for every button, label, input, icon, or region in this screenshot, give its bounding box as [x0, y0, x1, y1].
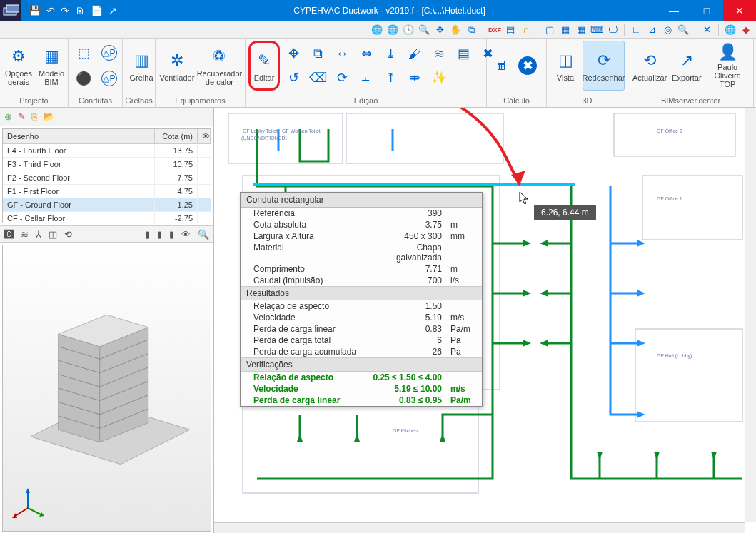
edit-tool[interactable]: 🖌 [403, 41, 427, 66]
dp-btn[interactable]: △P [97, 41, 121, 65]
v3-icon[interactable]: ▮ [169, 229, 174, 240]
layers-icon[interactable]: ▤ [505, 24, 516, 36]
ribbon-tab-projecto[interactable]: Projecto [0, 93, 69, 107]
calc-btn[interactable]: 🖩 [490, 54, 514, 78]
drawings-table[interactable]: Desenho Cota (m) 👁 F4 - Fourth Floor13.7… [2, 128, 211, 223]
paulo-button[interactable]: 👤PauloOliveira TOP [705, 41, 750, 91]
redo-icon[interactable]: ↷ [61, 5, 69, 16]
ribbon-tab-bimserver.center[interactable]: BIMserver.center [628, 93, 754, 107]
tools-icon[interactable]: ✕ [701, 24, 712, 36]
target-icon[interactable]: ◎ [662, 24, 673, 36]
v2-icon[interactable]: ▮ [157, 229, 162, 240]
find-icon[interactable]: 🔍 [677, 24, 689, 36]
edit-tool[interactable]: ▤ [451, 41, 475, 66]
rotate-icon[interactable]: ⟲ [64, 229, 72, 240]
angle-icon[interactable]: ⊿ [646, 24, 657, 36]
dxf-icon[interactable]: DXF [489, 24, 500, 36]
axis-icon[interactable]: ⅄ [36, 229, 41, 240]
save-icon[interactable]: 💾 [29, 5, 41, 16]
conduit-btn[interactable]: ⚫ [71, 66, 96, 91]
ribbon-tab-cálculo[interactable]: Cálculo [487, 93, 547, 107]
modelo-button[interactable]: ▦ModeloBIM [36, 41, 67, 91]
globe2-icon[interactable]: 🌐 [387, 24, 398, 36]
edit-tool[interactable]: ✨ [427, 66, 451, 90]
actualizar-button[interactable]: ⟲Actualizar [631, 41, 668, 91]
edit-tool[interactable]: ⤒ [378, 66, 403, 90]
hand-icon[interactable]: ✋ [450, 24, 461, 36]
3d-icon[interactable]: 🅲 [4, 229, 14, 240]
grid2-icon[interactable]: ▦ [575, 24, 587, 36]
opções-button[interactable]: ⚙Opçõesgerais [3, 41, 34, 91]
canvas[interactable]: GF Lobby Toilet GF Women Toilet (UNCONDI… [214, 108, 756, 533]
table-row[interactable]: F3 - Third Floor10.75 [3, 158, 211, 171]
editar-button[interactable]: ✎Editar [248, 41, 280, 91]
print-icon[interactable]: 🗎 [75, 5, 85, 16]
grid-icon[interactable]: ▦ [560, 24, 571, 36]
edit-tool[interactable]: ⟳ [330, 66, 354, 90]
grelha-button[interactable]: ▥Grelha [126, 41, 157, 91]
rect-icon[interactable]: ▢ [544, 24, 555, 36]
redesenhar-button[interactable]: ⟳Redesenhar [583, 41, 625, 91]
ribbon-tab-condutas[interactable]: Condutas [69, 93, 123, 107]
snap-icon[interactable]: ∩ [520, 24, 532, 36]
export-icon[interactable]: ↗ [109, 5, 117, 16]
ventilador-button[interactable]: ✲Ventilador [158, 41, 196, 91]
cross-icon[interactable]: ✥ [434, 24, 445, 36]
ribbon-tab-3d[interactable]: 3D [547, 93, 628, 107]
svg-rect-27 [642, 176, 742, 240]
table-row[interactable]: F1 - First Floor4.75 [3, 185, 211, 198]
ribbon-tab-equipamentos[interactable]: Equipamentos [156, 93, 246, 107]
edit-tool[interactable]: ✥ [281, 41, 306, 66]
minimize-button[interactable]: — [657, 0, 690, 21]
eye-icon[interactable]: 👁 [181, 229, 191, 240]
vista-button[interactable]: ◫Vista [550, 41, 581, 91]
table-row[interactable]: CF - Cellar Floor-2.75 [3, 212, 211, 223]
dp-btn[interactable]: △P [97, 66, 121, 91]
edit-tool[interactable]: ⇔ [354, 41, 378, 66]
undo-icon[interactable]: ↶ [46, 5, 55, 16]
canvas-scroll-v[interactable] [745, 108, 756, 522]
layers2-icon[interactable]: ≋ [21, 229, 29, 240]
box-icon[interactable]: ◫ [49, 229, 57, 240]
table-row[interactable]: F2 - Second Floor7.75 [3, 171, 211, 185]
table-row[interactable]: GF - Ground Floor1.25 [3, 198, 211, 212]
ribbon-tab-grelhas[interactable]: Grelhas [123, 93, 156, 107]
help-icon[interactable]: 🌐 [725, 24, 736, 36]
edit-tool[interactable]: ⤓ [378, 41, 403, 66]
calc-btn[interactable]: ✖ [515, 54, 540, 78]
folder-icon[interactable]: 📂 [43, 111, 54, 122]
globe-icon[interactable]: 🌐 [371, 24, 383, 36]
window-icon[interactable]: ⧉ [465, 24, 477, 36]
keyboard-icon[interactable]: ⌨ [591, 24, 603, 36]
ribbon-tab-edição[interactable]: Edição [246, 93, 487, 107]
edit-tool[interactable]: ⫠ [354, 66, 378, 90]
edit-tool[interactable]: ⤃ [403, 66, 427, 90]
popup-sec-checks: Verificações [241, 357, 482, 372]
edit-icon[interactable]: ✎ [18, 111, 26, 122]
exportar-button[interactable]: ↗Exportar [670, 41, 703, 91]
new-icon[interactable]: ⊕ [4, 111, 12, 122]
copy-icon[interactable]: ⎘ [31, 111, 37, 122]
conduit-btn[interactable]: ⬚ [71, 41, 96, 65]
edit-tool[interactable]: ↺ [281, 66, 306, 90]
ortho-icon[interactable]: ∟ [630, 24, 642, 36]
search2-icon[interactable]: 🔍 [198, 229, 209, 240]
close-button[interactable]: ✕ [723, 0, 756, 21]
about-icon[interactable]: ◆ [740, 24, 752, 36]
table-row[interactable]: F4 - Fourth Floor13.75 [3, 144, 211, 158]
canvas-scroll-h[interactable] [214, 522, 745, 533]
col-cota[interactable]: Cota (m) [155, 129, 198, 143]
screen-icon[interactable]: 🖵 [607, 24, 618, 36]
v1-icon[interactable]: ▮ [145, 229, 150, 240]
edit-tool[interactable]: ⌫ [306, 66, 330, 90]
edit-tool[interactable]: ⧉ [306, 41, 330, 66]
recuperador-button[interactable]: ♽Recuperadorde calor [197, 41, 242, 91]
maximize-button[interactable]: □ [690, 0, 723, 21]
clock-icon[interactable]: 🕓 [403, 24, 414, 36]
3d-preview[interactable] [2, 245, 211, 532]
edit-tool[interactable]: ↔ [330, 41, 354, 66]
edit-tool[interactable]: ≋ [427, 41, 451, 66]
col-desenho[interactable]: Desenho [3, 129, 155, 143]
zoom-icon[interactable]: 🔍 [418, 24, 430, 36]
page-icon[interactable]: 📄 [91, 5, 103, 16]
